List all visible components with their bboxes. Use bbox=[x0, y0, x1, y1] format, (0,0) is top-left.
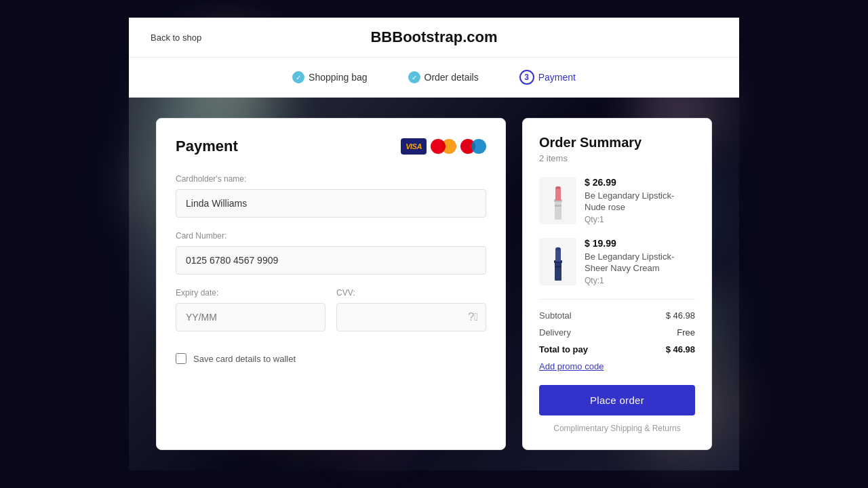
total-label: Total to pay bbox=[539, 344, 588, 354]
step-check-order-details: ✓ bbox=[408, 71, 420, 83]
item-qty-1: Qty:1 bbox=[585, 215, 695, 224]
order-summary-title: Order Summary bbox=[539, 135, 695, 150]
cardholder-name-label: Cardholder's name: bbox=[176, 174, 486, 184]
total-value: $ 46.98 bbox=[666, 344, 695, 354]
save-card-checkbox[interactable] bbox=[176, 353, 186, 364]
step-payment[interactable]: 3 Payment bbox=[519, 70, 576, 85]
step-shopping-bag[interactable]: ✓ Shopping bag bbox=[292, 71, 367, 83]
item-name-2: Be Legandary Lipstick-Sheer Navy Cream bbox=[585, 251, 695, 274]
delivery-label: Delivery bbox=[539, 327, 571, 338]
order-items-count: 2 items bbox=[539, 153, 695, 163]
total-row: Total to pay $ 46.98 bbox=[539, 344, 695, 354]
steps-nav: ✓ Shopping bag ✓ Order details 3 Payment bbox=[129, 58, 739, 98]
back-to-shop-link[interactable]: Back to shop bbox=[151, 33, 201, 43]
item-price-1: $ 26.99 bbox=[585, 177, 695, 188]
card-number-label: Card Number: bbox=[176, 231, 486, 241]
svg-point-10 bbox=[555, 247, 560, 250]
step-label-payment: Payment bbox=[538, 72, 576, 83]
header: Back to shop BBBootstrap.com bbox=[129, 18, 739, 58]
item-image-1 bbox=[539, 177, 576, 224]
cvv-group: CVV: ?⃝ bbox=[336, 288, 486, 331]
svg-rect-0 bbox=[555, 201, 561, 220]
expiry-group: Expiry date: bbox=[176, 288, 326, 331]
item-details-2: $ 19.99 Be Legandary Lipstick-Sheer Navy… bbox=[585, 238, 695, 285]
svg-rect-6 bbox=[555, 262, 561, 281]
promo-code-link[interactable]: Add promo code bbox=[539, 361, 695, 371]
subtotal-value: $ 46.98 bbox=[666, 310, 695, 321]
maestro-icon bbox=[460, 138, 486, 155]
step-order-details[interactable]: ✓ Order details bbox=[408, 71, 479, 83]
place-order-button[interactable]: Place order bbox=[539, 385, 695, 415]
item-name-1: Be Legandary Lipstick-Nude rose bbox=[585, 190, 695, 214]
save-card-wrapper: Save card details to wallet bbox=[176, 353, 486, 364]
item-image-2 bbox=[539, 238, 576, 285]
cvv-wrapper: ?⃝ bbox=[336, 303, 486, 331]
payment-header: Payment VISA bbox=[176, 138, 486, 155]
step-number-payment: 3 bbox=[519, 70, 534, 85]
order-item-2: $ 19.99 Be Legandary Lipstick-Sheer Navy… bbox=[539, 238, 695, 285]
subtotal-label: Subtotal bbox=[539, 310, 572, 321]
step-label-shopping-bag: Shopping bag bbox=[309, 72, 367, 83]
cvv-input[interactable] bbox=[336, 303, 486, 331]
card-number-group: Card Number: bbox=[176, 231, 486, 274]
step-check-shopping-bag: ✓ bbox=[292, 71, 304, 83]
lipstick-pink-svg bbox=[548, 180, 568, 221]
expiry-cvv-row: Expiry date: CVV: ?⃝ bbox=[176, 288, 486, 345]
payment-title: Payment bbox=[176, 138, 238, 155]
cvv-label: CVV: bbox=[336, 288, 486, 298]
visa-icon: VISA bbox=[401, 138, 427, 155]
svg-rect-11 bbox=[555, 266, 561, 268]
order-divider bbox=[539, 299, 695, 300]
subtotal-row: Subtotal $ 46.98 bbox=[539, 310, 695, 321]
delivery-value: Free bbox=[677, 327, 695, 338]
payment-section: Payment VISA bbox=[156, 118, 506, 450]
expiry-input[interactable] bbox=[176, 303, 326, 331]
card-icons: VISA bbox=[401, 138, 486, 155]
cardholder-name-group: Cardholder's name: bbox=[176, 174, 486, 218]
cvv-help-icon[interactable]: ?⃝ bbox=[468, 311, 478, 323]
item-price-2: $ 19.99 bbox=[585, 238, 695, 249]
item-details-1: $ 26.99 Be Legandary Lipstick-Nude rose … bbox=[585, 177, 695, 224]
card-number-input[interactable] bbox=[176, 246, 486, 274]
main-content: Payment VISA bbox=[129, 98, 739, 470]
cardholder-name-input[interactable] bbox=[176, 189, 486, 218]
order-summary: Order Summary 2 items bbox=[522, 118, 712, 450]
site-title: BBBootstrap.com bbox=[370, 28, 497, 46]
delivery-row: Delivery Free bbox=[539, 327, 695, 338]
shipping-note: Complimentary Shipping & Returns bbox=[539, 424, 695, 433]
order-item-1: $ 26.99 Be Legandary Lipstick-Nude rose … bbox=[539, 177, 695, 224]
svg-point-4 bbox=[555, 186, 560, 189]
item-qty-2: Qty:1 bbox=[585, 276, 695, 285]
step-label-order-details: Order details bbox=[425, 72, 479, 83]
expiry-label: Expiry date: bbox=[176, 288, 326, 298]
save-card-label: Save card details to wallet bbox=[193, 354, 296, 364]
lipstick-navy-svg bbox=[548, 241, 568, 282]
mastercard-icon bbox=[431, 138, 456, 155]
svg-rect-5 bbox=[555, 205, 561, 207]
